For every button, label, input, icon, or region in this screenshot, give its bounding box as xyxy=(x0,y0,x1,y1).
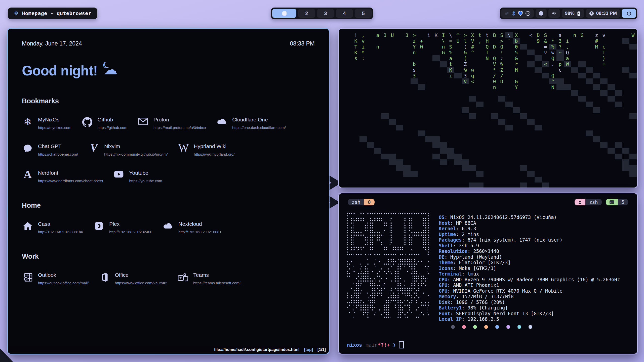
palette-dot xyxy=(473,325,477,329)
outlook-icon xyxy=(22,273,33,282)
clock-icon xyxy=(589,11,594,16)
status-url: file:///home/hadi/.config/startpage/inde… xyxy=(214,347,300,352)
bookmark-item[interactable]: Cloudflare One https://one.dash.cloudfla… xyxy=(216,117,286,130)
bookmark-item[interactable]: Casa http://192.168.2.16:8081/#/ xyxy=(22,221,83,234)
battery-percent: 98% xyxy=(565,11,575,16)
battery-charging-icon xyxy=(577,11,581,16)
palette-dot xyxy=(517,325,521,329)
workspaces-widget: 2345 xyxy=(271,8,373,19)
fastfetch-key: Battery1 xyxy=(439,305,462,310)
bookmark-url: https://one.dash.cloudflare.com/ xyxy=(232,125,286,130)
startpage: Monday, June 17, 2024 08:33 PM Good nigh… xyxy=(8,29,329,354)
fastfetch-value: HP 8BCA xyxy=(456,220,476,226)
fastfetch-line: Font: SFProDisplay Nerd Font 13 [GTK2/3] xyxy=(439,311,620,316)
greeting-text: Good night! xyxy=(22,63,98,79)
tmux-shell-label[interactable]: zsh xyxy=(348,199,364,205)
fastfetch-value: 192.168.2.5 xyxy=(467,316,499,322)
battery-indicator[interactable]: 98% xyxy=(562,9,584,18)
moon-cloud-icon: ☾☁ xyxy=(102,63,118,78)
bookmark-item[interactable]: V Nixvim https://nix-community.github.io… xyxy=(88,143,168,156)
fastfetch-line: DE: Hyprland (Wayland) xyxy=(439,254,620,260)
fastfetch-line: Kernel: 6.9.3 xyxy=(439,226,620,232)
bookmark-item[interactable]: Nextcloud http://192.168.2.16:10081 xyxy=(162,221,221,234)
fastfetch-value: AMD ATI Phoenix1 xyxy=(453,282,499,288)
bookmark-title: Hyprland Wiki xyxy=(194,143,235,149)
fastfetch-value: 644×362 xyxy=(473,248,499,254)
shield-icon xyxy=(518,11,523,16)
qutebrowser-window[interactable]: Monday, June 17, 2024 08:33 PM Good nigh… xyxy=(7,28,330,354)
fastfetch-key: Terminal xyxy=(439,271,462,277)
fastfetch-value: zsh 5.9 xyxy=(459,243,479,248)
startpage-section: Home Casa http://192.168.2.16:8081/#/ Pl… xyxy=(22,202,315,234)
user-icon xyxy=(575,199,585,205)
bookmark-title: Youtube xyxy=(129,170,162,176)
clock[interactable]: 08:33 PM xyxy=(586,9,620,18)
bookmark-item[interactable]: Youtube https://youtube.com xyxy=(113,170,162,183)
workspace-button-1[interactable] xyxy=(272,9,296,18)
bookmark-item[interactable]: ❄ MyNixOs https://mynixos.com xyxy=(22,117,71,130)
palette-dot xyxy=(506,325,510,329)
bookmark-url: https://github.com xyxy=(98,125,127,130)
fastfetch-value: FlatColor [GTK2/3] xyxy=(459,260,511,265)
bookmark-item[interactable]: A Nerdfont https://www.nerdfonts.com/che… xyxy=(22,170,103,183)
fastfetch-value: 6.9.3 xyxy=(462,226,476,231)
bookmark-title: Teams xyxy=(193,272,243,278)
fastfetch-key: GPU xyxy=(439,288,447,294)
speaker-icon xyxy=(552,11,557,16)
cloud-icon xyxy=(216,117,228,125)
bookmark-item[interactable]: Chat GPT https://chat.openai.com/ xyxy=(22,143,78,156)
bookmark-url: https://teams.microsoft.com/_ xyxy=(193,281,243,285)
bookmark-url: http://192.168.2.16:10081 xyxy=(178,230,221,234)
bookmark-item[interactable]: Office https://www.office.com/?auth=2 xyxy=(99,272,167,285)
bluetooth-icon xyxy=(512,11,516,16)
fastfetch-key: Packages xyxy=(439,237,462,243)
bookmark-url: http://192.168.2.16:32400 xyxy=(109,230,152,234)
section-title: Bookmarks xyxy=(22,97,315,105)
tray-status-icons[interactable] xyxy=(501,9,534,18)
bookmark-title: Cloudflare One xyxy=(232,117,286,123)
bookmark-title: Proton xyxy=(153,117,206,123)
shell-prompt[interactable]: nixos main *?!+ ❯ xyxy=(347,341,404,348)
bookmark-title: Office xyxy=(115,272,167,278)
workspace-button-4[interactable]: 4 xyxy=(336,9,353,18)
fastfetch-line: Battery1: 98% [Charging] xyxy=(439,305,620,311)
recording-indicator[interactable] xyxy=(536,9,547,18)
fastfetch-value: NVIDIA GeForce RTX 4070 Max-Q / Mobile xyxy=(453,288,562,294)
bookmark-url: https://youtube.com xyxy=(129,179,162,183)
tmux-pane-index[interactable]: 0 xyxy=(364,199,374,205)
bookmark-url: https://nix-community.github.io/nixvim/ xyxy=(104,152,168,156)
bookmark-title: Outlook xyxy=(38,272,89,278)
record-dot-icon xyxy=(539,11,543,16)
fastfetch-value: 98% [Charging] xyxy=(467,305,508,310)
bookmark-item[interactable]: Teams https://teams.microsoft.com/_ xyxy=(177,272,243,285)
bookmark-url: https://wiki.hyprland.org/ xyxy=(194,152,235,156)
fastfetch-line: GPU: AMD ATI Phoenix1 xyxy=(439,282,620,288)
volume-control[interactable] xyxy=(548,9,560,18)
bookmark-item[interactable]: Github https://github.com xyxy=(82,117,127,130)
fastfetch-line: Host: HP 8BCA xyxy=(439,220,620,226)
bookmark-title: Casa xyxy=(38,221,83,227)
letter-v-icon: V xyxy=(88,144,100,153)
matrix-terminal-window[interactable]: !KTKs,vi*:an3U3>zYnbs3+WiKI\nG\=S%atKi^U… xyxy=(338,28,638,188)
tmux-session-name[interactable]: zsh xyxy=(585,199,601,205)
fastfetch-key: OS xyxy=(439,214,445,220)
fastfetch-key: Memory xyxy=(439,294,456,299)
fetch-terminal-window[interactable]: zsh 0 zsh >_ 5 OS: NixOS 24.11.20240612.… xyxy=(338,193,638,354)
bookmark-url: https://mynixos.com xyxy=(38,125,71,130)
workspace-button-2[interactable]: 2 xyxy=(298,9,315,18)
palette-dot xyxy=(451,325,455,329)
prompt-git-branch: main xyxy=(366,342,378,348)
workspace-button-5[interactable]: 5 xyxy=(355,9,372,18)
bookmark-title: Github xyxy=(98,117,127,123)
fastfetch-key: Host xyxy=(439,220,450,226)
bookmark-item[interactable]: Outlook https://outlook.office.com/mail/ xyxy=(22,272,89,285)
tmux-window-count[interactable]: 5 xyxy=(618,199,628,205)
fastfetch-key: GPU xyxy=(439,282,447,288)
power-button[interactable] xyxy=(622,9,636,18)
bookmark-item[interactable]: Proton https://mail.proton.me/u/0/inbox xyxy=(137,117,206,130)
bookmark-item[interactable]: Plex http://192.168.2.16:32400 xyxy=(93,221,152,234)
bookmark-item[interactable]: W Hyprland Wiki https://wiki.hyprland.or… xyxy=(178,143,235,156)
tmux-status-left: zsh 0 xyxy=(348,199,375,205)
bookmark-title: Nerdfont xyxy=(38,170,103,176)
workspace-button-3[interactable]: 3 xyxy=(317,9,334,18)
